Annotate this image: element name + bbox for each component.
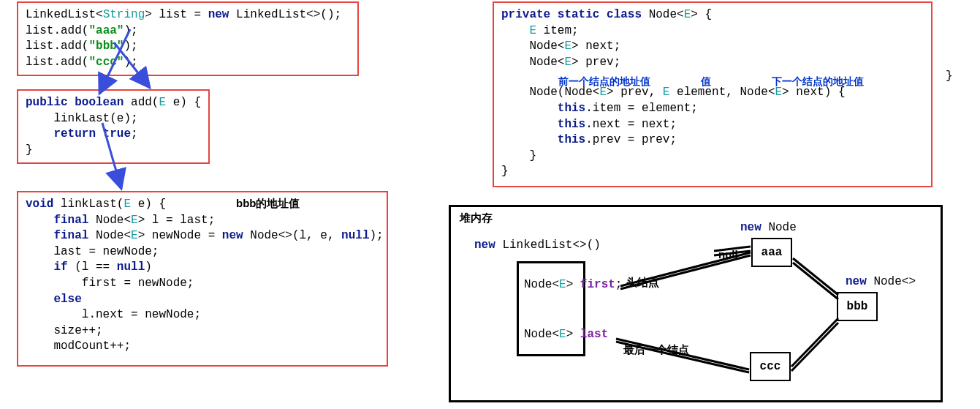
heap-node-ccc: ccc <box>750 352 791 381</box>
code-line: return true; <box>26 127 201 143</box>
heap-node-aaa: aaa <box>751 238 792 267</box>
code-box-linklast: bbb的地址值 void linkLast(E e) { final Node<… <box>17 191 388 367</box>
code-line: else <box>26 292 379 308</box>
code-box-main: LinkedList<String> list = new LinkedList… <box>17 1 359 76</box>
code-line: LinkedList<String> list = new LinkedList… <box>26 7 350 23</box>
code-box-node-class: private static class Node<E> { E item; N… <box>493 1 932 187</box>
annotation-head-node: 头结点 <box>626 276 659 290</box>
annotation-val: 值 <box>701 75 711 89</box>
heap-new-linkedlist: new LinkedList<>() <box>474 238 601 254</box>
code-line: } <box>26 143 201 159</box>
stray-brace: } <box>946 70 953 83</box>
code-line: modCount++; <box>26 339 379 355</box>
svg-line-5 <box>793 263 838 299</box>
code-line: } <box>501 149 924 165</box>
code-line: last = newNode; <box>26 244 379 260</box>
code-line: final Node<E> newNode = new Node<>(l, e,… <box>26 228 379 244</box>
code-line: list.add("bbb"); <box>26 39 350 55</box>
code-line: final Node<E> l = last; <box>26 213 379 229</box>
code-line: list.add("ccc"); <box>26 55 350 71</box>
code-line: Node<E> next; <box>501 39 924 55</box>
code-line: public boolean add(E e) { <box>26 95 201 111</box>
code-box-add: public boolean add(E e) { linkLast(e); r… <box>17 89 210 164</box>
code-line: E item; <box>501 23 924 40</box>
annotation-prev: 前一个结点的地址值 <box>558 75 650 89</box>
heap-new-node-1: new Node <box>740 220 797 236</box>
code-line: } <box>501 164 924 180</box>
annotation-bbb-address: bbb的地址值 <box>236 197 300 211</box>
code-line: this.next = next; <box>501 117 924 133</box>
heap-last-field: Node<E> last <box>524 327 608 343</box>
code-line: list.add("aaa"); <box>26 23 350 40</box>
code-line: this.prev = prev; <box>501 132 924 149</box>
annotation-next: 下一个结点的地址值 <box>772 75 864 89</box>
heap-memory-box: 堆内存 new LinkedList<>() Node<E> first; No… <box>449 205 943 402</box>
code-line: linkLast(e); <box>26 111 201 127</box>
annotation-null: null <box>718 248 738 260</box>
heap-new-node-2: new Node<> <box>846 274 916 290</box>
svg-line-4 <box>793 258 838 295</box>
code-line: first = newNode; <box>26 276 379 292</box>
code-line: private static class Node<E> { <box>501 7 924 23</box>
svg-line-6 <box>791 318 838 367</box>
code-line: void linkLast(E e) { <box>26 197 379 213</box>
code-line: l.next = newNode; <box>26 307 379 323</box>
heap-title: 堆内存 <box>460 211 493 225</box>
code-line: size++; <box>26 323 379 339</box>
heap-first-field: Node<E> first; <box>524 277 622 293</box>
code-line: Node<E> prev; <box>501 55 924 71</box>
heap-node-bbb: bbb <box>837 292 878 321</box>
svg-line-7 <box>791 323 838 371</box>
annotation-tail-node: 最后一个结点 <box>623 343 689 357</box>
code-line: this.item = element; <box>501 101 924 117</box>
code-line: if (l == null) <box>26 260 379 276</box>
